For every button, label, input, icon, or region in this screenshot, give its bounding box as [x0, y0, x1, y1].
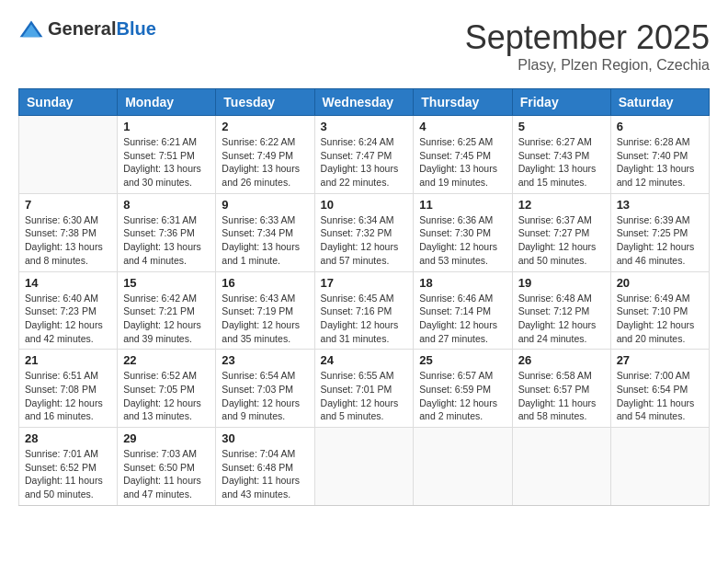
day-info: Sunrise: 7:00 AM Sunset: 6:54 PM Dayligh…: [617, 369, 703, 423]
calendar-body: 1Sunrise: 6:21 AM Sunset: 7:51 PM Daylig…: [19, 116, 710, 506]
day-number: 5: [518, 120, 605, 133]
day-info: Sunrise: 6:48 AM Sunset: 7:12 PM Dayligh…: [518, 292, 605, 346]
calendar-cell: 24Sunrise: 6:55 AM Sunset: 7:01 PM Dayli…: [314, 350, 414, 428]
calendar-cell: 20Sunrise: 6:49 AM Sunset: 7:10 PM Dayli…: [610, 271, 709, 350]
calendar-cell: 27Sunrise: 7:00 AM Sunset: 6:54 PM Dayli…: [610, 350, 709, 428]
day-info: Sunrise: 6:57 AM Sunset: 6:59 PM Dayligh…: [419, 369, 506, 423]
calendar-cell: 8Sunrise: 6:31 AM Sunset: 7:36 PM Daylig…: [118, 193, 216, 271]
calendar-cell: 22Sunrise: 6:52 AM Sunset: 7:05 PM Dayli…: [118, 350, 216, 428]
day-number: 6: [617, 120, 703, 133]
calendar-cell: 7Sunrise: 6:30 AM Sunset: 7:38 PM Daylig…: [19, 193, 118, 271]
day-of-week-header: Tuesday: [216, 89, 314, 116]
calendar-cell: 18Sunrise: 6:46 AM Sunset: 7:14 PM Dayli…: [414, 271, 512, 350]
month-title: September 2025: [465, 18, 710, 57]
day-number: 26: [518, 353, 605, 367]
day-info: Sunrise: 6:58 AM Sunset: 6:57 PM Dayligh…: [518, 369, 605, 423]
day-number: 10: [321, 198, 408, 212]
calendar-cell: [19, 116, 118, 194]
calendar-cell: [610, 428, 709, 506]
day-number: 23: [222, 353, 308, 367]
calendar-cell: 9Sunrise: 6:33 AM Sunset: 7:34 PM Daylig…: [216, 193, 314, 271]
day-info: Sunrise: 6:30 AM Sunset: 7:38 PM Dayligh…: [25, 213, 111, 268]
calendar-week-row: 1Sunrise: 6:21 AM Sunset: 7:51 PM Daylig…: [19, 116, 710, 194]
day-info: Sunrise: 6:49 AM Sunset: 7:10 PM Dayligh…: [617, 292, 703, 346]
day-info: Sunrise: 6:27 AM Sunset: 7:43 PM Dayligh…: [518, 135, 605, 190]
day-info: Sunrise: 6:24 AM Sunset: 7:47 PM Dayligh…: [321, 135, 408, 190]
day-number: 12: [518, 198, 605, 212]
calendar-cell: 1Sunrise: 6:21 AM Sunset: 7:51 PM Daylig…: [118, 116, 216, 194]
calendar-cell: 6Sunrise: 6:28 AM Sunset: 7:40 PM Daylig…: [610, 116, 709, 194]
calendar-cell: 21Sunrise: 6:51 AM Sunset: 7:08 PM Dayli…: [19, 350, 118, 428]
day-of-week-header: Friday: [512, 89, 610, 116]
day-number: 2: [222, 120, 308, 133]
day-number: 22: [123, 353, 210, 367]
day-number: 3: [321, 120, 408, 133]
calendar-week-row: 21Sunrise: 6:51 AM Sunset: 7:08 PM Dayli…: [19, 350, 710, 428]
day-number: 19: [518, 276, 605, 290]
title-area: September 2025 Plasy, Plzen Region, Czec…: [465, 18, 710, 74]
day-info: Sunrise: 6:46 AM Sunset: 7:14 PM Dayligh…: [419, 292, 506, 346]
calendar-cell: 23Sunrise: 6:54 AM Sunset: 7:03 PM Dayli…: [216, 350, 314, 428]
header: GeneralBlue September 2025 Plasy, Plzen …: [18, 18, 710, 74]
calendar-cell: 4Sunrise: 6:25 AM Sunset: 7:45 PM Daylig…: [414, 116, 512, 194]
day-of-week-header: Saturday: [610, 89, 709, 116]
logo-blue: Blue: [116, 18, 155, 39]
calendar-header-row: SundayMondayTuesdayWednesdayThursdayFrid…: [19, 89, 710, 116]
day-number: 8: [123, 198, 210, 212]
calendar-cell: 11Sunrise: 6:36 AM Sunset: 7:30 PM Dayli…: [414, 193, 512, 271]
day-number: 17: [321, 276, 408, 290]
day-number: 27: [617, 353, 703, 367]
calendar-cell: 29Sunrise: 7:03 AM Sunset: 6:50 PM Dayli…: [118, 428, 216, 506]
day-info: Sunrise: 6:25 AM Sunset: 7:45 PM Dayligh…: [419, 135, 506, 190]
calendar-cell: 19Sunrise: 6:48 AM Sunset: 7:12 PM Dayli…: [512, 271, 610, 350]
calendar-cell: [314, 428, 414, 506]
day-number: 24: [321, 353, 408, 367]
calendar-cell: 17Sunrise: 6:45 AM Sunset: 7:16 PM Dayli…: [314, 271, 414, 350]
day-info: Sunrise: 6:33 AM Sunset: 7:34 PM Dayligh…: [222, 213, 308, 268]
calendar-cell: 12Sunrise: 6:37 AM Sunset: 7:27 PM Dayli…: [512, 193, 610, 271]
day-number: 14: [25, 276, 111, 290]
day-info: Sunrise: 6:42 AM Sunset: 7:21 PM Dayligh…: [123, 292, 210, 346]
calendar: SundayMondayTuesdayWednesdayThursdayFrid…: [18, 88, 710, 506]
day-info: Sunrise: 6:55 AM Sunset: 7:01 PM Dayligh…: [321, 369, 408, 423]
day-number: 4: [419, 120, 506, 133]
calendar-cell: 15Sunrise: 6:42 AM Sunset: 7:21 PM Dayli…: [118, 271, 216, 350]
calendar-cell: 3Sunrise: 6:24 AM Sunset: 7:47 PM Daylig…: [314, 116, 414, 194]
day-number: 9: [222, 198, 308, 212]
day-of-week-header: Wednesday: [314, 89, 414, 116]
day-number: 7: [25, 198, 111, 212]
day-number: 20: [617, 276, 703, 290]
day-of-week-header: Sunday: [19, 89, 118, 116]
day-info: Sunrise: 6:45 AM Sunset: 7:16 PM Dayligh…: [321, 292, 408, 346]
calendar-week-row: 7Sunrise: 6:30 AM Sunset: 7:38 PM Daylig…: [19, 193, 710, 271]
day-number: 11: [419, 198, 506, 212]
day-number: 29: [123, 431, 210, 445]
calendar-cell: 10Sunrise: 6:34 AM Sunset: 7:32 PM Dayli…: [314, 193, 414, 271]
day-info: Sunrise: 6:34 AM Sunset: 7:32 PM Dayligh…: [321, 213, 408, 268]
calendar-week-row: 28Sunrise: 7:01 AM Sunset: 6:52 PM Dayli…: [19, 428, 710, 506]
day-number: 16: [222, 276, 308, 290]
day-number: 25: [419, 353, 506, 367]
day-info: Sunrise: 7:04 AM Sunset: 6:48 PM Dayligh…: [222, 447, 308, 501]
day-of-week-header: Thursday: [414, 89, 512, 116]
day-info: Sunrise: 6:36 AM Sunset: 7:30 PM Dayligh…: [419, 213, 506, 268]
calendar-cell: 26Sunrise: 6:58 AM Sunset: 6:57 PM Dayli…: [512, 350, 610, 428]
calendar-cell: 14Sunrise: 6:40 AM Sunset: 7:23 PM Dayli…: [19, 271, 118, 350]
day-info: Sunrise: 6:39 AM Sunset: 7:25 PM Dayligh…: [617, 213, 703, 268]
calendar-cell: 30Sunrise: 7:04 AM Sunset: 6:48 PM Dayli…: [216, 428, 314, 506]
day-info: Sunrise: 6:31 AM Sunset: 7:36 PM Dayligh…: [123, 213, 210, 268]
day-info: Sunrise: 6:51 AM Sunset: 7:08 PM Dayligh…: [25, 369, 111, 423]
day-info: Sunrise: 6:40 AM Sunset: 7:23 PM Dayligh…: [25, 292, 111, 346]
day-info: Sunrise: 6:54 AM Sunset: 7:03 PM Dayligh…: [222, 369, 308, 423]
day-info: Sunrise: 6:37 AM Sunset: 7:27 PM Dayligh…: [518, 213, 605, 268]
day-number: 21: [25, 353, 111, 367]
day-info: Sunrise: 6:52 AM Sunset: 7:05 PM Dayligh…: [123, 369, 210, 423]
day-number: 1: [123, 120, 210, 133]
calendar-cell: 2Sunrise: 6:22 AM Sunset: 7:49 PM Daylig…: [216, 116, 314, 194]
calendar-cell: 5Sunrise: 6:27 AM Sunset: 7:43 PM Daylig…: [512, 116, 610, 194]
day-info: Sunrise: 6:21 AM Sunset: 7:51 PM Dayligh…: [123, 135, 210, 190]
day-info: Sunrise: 6:28 AM Sunset: 7:40 PM Dayligh…: [617, 135, 703, 190]
calendar-cell: [414, 428, 512, 506]
day-number: 18: [419, 276, 506, 290]
logo-icon: [18, 19, 44, 40]
